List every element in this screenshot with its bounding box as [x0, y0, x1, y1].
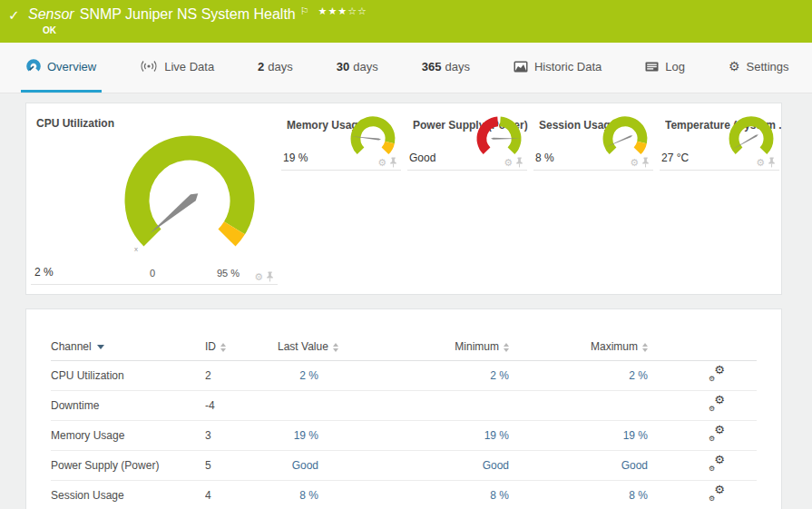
- column-header-actions: [648, 335, 757, 361]
- table-row[interactable]: Power Supply (Power) 5 Good Good Good ⚙⚙: [51, 451, 757, 481]
- power-gauge: [473, 111, 525, 163]
- gauge-value: 27 °C: [661, 152, 689, 164]
- channel-name: Session Usage: [51, 481, 205, 509]
- gear-icon[interactable]: ⚙: [377, 158, 386, 168]
- channel-last-value: 8 %: [278, 481, 318, 509]
- pin-icon[interactable]: [768, 157, 776, 168]
- gauge-value: 2 %: [34, 266, 54, 279]
- tab-settings[interactable]: ⚙ Settings: [723, 43, 795, 93]
- channel-name: CPU Utilization: [51, 361, 205, 391]
- channels-panel: Channel ID Last Value Minimum Maximum CP…: [25, 308, 782, 509]
- channel-maximum: 2 %: [509, 361, 648, 391]
- gauge-card-temperature: Temperature (System ... 27 °C ⚙: [660, 114, 779, 171]
- gauge-marker: x: [134, 245, 138, 253]
- channel-minimum: Good: [318, 451, 509, 481]
- pin-icon[interactable]: [641, 157, 650, 168]
- channel-settings-gears-icon[interactable]: ⚙⚙: [709, 367, 725, 381]
- table-header-row: Channel ID Last Value Minimum Maximum: [51, 335, 757, 361]
- gear-icon[interactable]: ⚙: [254, 272, 263, 282]
- channel-minimum: 2 %: [318, 361, 509, 391]
- channel-minimum: 19 %: [318, 421, 509, 451]
- channel-maximum: 8 %: [509, 481, 648, 509]
- sort-icon: [333, 343, 338, 352]
- channel-id: 3: [205, 421, 278, 451]
- channel-name: Memory Usage: [51, 421, 205, 451]
- channel-name: Downtime: [51, 391, 205, 421]
- gauge-card-cpu: CPU Utilization x 2 % 0 95 % ⚙: [31, 113, 278, 285]
- channel-last-value: 2 %: [278, 361, 318, 391]
- gauge-value: Good: [409, 152, 435, 164]
- pin-icon[interactable]: [266, 271, 274, 282]
- channel-last-value: [278, 391, 318, 421]
- object-kind-label: Sensor: [28, 6, 74, 23]
- gauge-title: CPU Utilization: [36, 117, 114, 130]
- channel-settings-gears-icon[interactable]: ⚙⚙: [709, 457, 725, 471]
- tab-historic-data[interactable]: Historic Data: [508, 43, 607, 93]
- tab-overview[interactable]: Overview: [21, 43, 102, 93]
- channel-last-value: Good: [278, 451, 318, 481]
- tab-log[interactable]: Log: [640, 43, 690, 93]
- gauge-min-label: 0: [150, 268, 155, 279]
- tab-30-days[interactable]: 30 days: [331, 43, 384, 93]
- column-header-maximum[interactable]: Maximum: [509, 335, 648, 361]
- sort-icon: [220, 343, 226, 352]
- channel-id: -4: [205, 391, 278, 421]
- channel-maximum: 19 %: [509, 421, 648, 451]
- channel-name: Power Supply (Power): [51, 451, 205, 481]
- sort-icon: [642, 343, 648, 352]
- gear-icon[interactable]: ⚙: [756, 158, 765, 168]
- tab-live-data[interactable]: Live Data: [134, 43, 220, 93]
- channel-settings-gears-icon[interactable]: ⚙⚙: [709, 427, 725, 441]
- status-check-icon: ✓: [8, 7, 20, 24]
- gauge-value: 8 %: [535, 152, 554, 164]
- log-icon: [645, 62, 659, 72]
- pin-icon[interactable]: [515, 157, 523, 168]
- channel-maximum: Good: [509, 451, 648, 481]
- table-row[interactable]: Downtime -4 ⚙⚙: [51, 391, 757, 421]
- tab-bar: Overview Live Data 2 days 30 days 365: [0, 43, 812, 93]
- gauge-icon: [26, 59, 41, 73]
- memory-gauge: [347, 111, 399, 163]
- gauge-card-session: Session Usage 8 % ⚙: [533, 114, 653, 171]
- sensor-banner: ✓ Sensor SNMP Juniper NS System Health ⚐…: [0, 0, 812, 43]
- gauge-card-memory: Memory Usage 19 % ⚙: [281, 114, 401, 171]
- status-badge: OK: [43, 25, 56, 35]
- channels-table: Channel ID Last Value Minimum Maximum CP…: [51, 335, 757, 509]
- column-header-minimum[interactable]: Minimum: [318, 335, 509, 361]
- sort-desc-icon: [97, 345, 104, 349]
- channel-maximum: [509, 391, 648, 421]
- channel-id: 4: [205, 481, 278, 509]
- table-row[interactable]: CPU Utilization 2 2 % 2 % 2 % ⚙⚙: [51, 361, 757, 391]
- channel-id: 5: [205, 451, 278, 481]
- gear-icon[interactable]: ⚙: [630, 158, 639, 168]
- channel-last-value: 19 %: [278, 421, 318, 451]
- column-header-channel[interactable]: Channel: [51, 335, 205, 361]
- channel-minimum: 8 %: [318, 481, 509, 509]
- gear-icon[interactable]: ⚙: [504, 158, 513, 168]
- channel-settings-gears-icon[interactable]: ⚙⚙: [709, 487, 725, 501]
- gauge-max-label: 95 %: [217, 268, 240, 279]
- table-row[interactable]: Session Usage 4 8 % 8 % 8 % ⚙⚙: [51, 481, 757, 509]
- gauges-panel: CPU Utilization x 2 % 0 95 % ⚙: [25, 103, 782, 295]
- sensor-overview-page: ✓ Sensor SNMP Juniper NS System Health ⚐…: [0, 0, 812, 509]
- channel-minimum: [318, 391, 509, 421]
- pin-icon[interactable]: [389, 157, 397, 168]
- table-row[interactable]: Memory Usage 3 19 % 19 % 19 % ⚙⚙: [51, 421, 757, 451]
- flag-icon[interactable]: ⚐: [300, 5, 309, 17]
- channel-settings-gears-icon[interactable]: ⚙⚙: [709, 397, 725, 411]
- gauge-card-power: Power Supply (Power) Good ⚙: [407, 114, 527, 171]
- column-header-last-value[interactable]: Last Value: [278, 335, 318, 361]
- session-gauge: [599, 111, 651, 163]
- tab-365-days[interactable]: 365 days: [416, 43, 475, 93]
- channel-id: 2: [205, 361, 278, 391]
- priority-stars[interactable]: ★★★☆☆: [318, 5, 367, 17]
- gear-icon: ⚙: [729, 59, 740, 73]
- tab-2-days[interactable]: 2 days: [252, 43, 298, 93]
- content-area: CPU Utilization x 2 % 0 95 % ⚙: [0, 93, 812, 509]
- cpu-gauge: [113, 123, 267, 278]
- temperature-gauge: [725, 111, 778, 163]
- sensor-title: SNMP Juniper NS System Health: [80, 6, 296, 23]
- sort-icon: [504, 343, 509, 352]
- column-header-id[interactable]: ID: [205, 335, 278, 361]
- gauge-value: 19 %: [283, 152, 308, 164]
